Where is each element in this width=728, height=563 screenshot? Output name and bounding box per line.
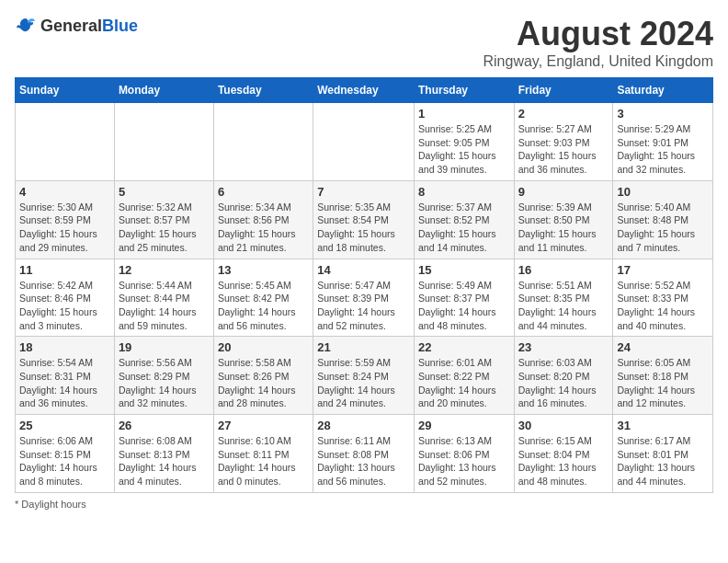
day-info: Sunrise: 5:35 AMSunset: 8:54 PMDaylight:… [317,201,410,255]
calendar-cell [213,103,313,181]
calendar-cell: 27Sunrise: 6:10 AMSunset: 8:11 PMDayligh… [213,415,313,493]
day-info: Sunrise: 5:29 AMSunset: 9:01 PMDaylight:… [617,122,709,177]
day-info: Sunrise: 5:34 AMSunset: 8:56 PMDaylight:… [218,201,309,255]
calendar-cell: 26Sunrise: 6:08 AMSunset: 8:13 PMDayligh… [114,415,213,493]
calendar-cell: 2Sunrise: 5:27 AMSunset: 9:03 PMDaylight… [514,103,613,181]
day-number: 26 [119,419,210,432]
calendar-cell: 23Sunrise: 6:03 AMSunset: 8:20 PMDayligh… [514,337,613,415]
day-info: Sunrise: 5:40 AMSunset: 8:48 PMDaylight:… [617,201,709,255]
day-number: 16 [518,263,609,277]
day-number: 12 [119,263,210,277]
day-info: Sunrise: 5:44 AMSunset: 8:44 PMDaylight:… [119,279,210,333]
calendar-cell: 11Sunrise: 5:42 AMSunset: 8:46 PMDayligh… [16,259,115,337]
day-info: Sunrise: 5:51 AMSunset: 8:35 PMDaylight:… [518,279,609,333]
calendar-cell: 7Sunrise: 5:35 AMSunset: 8:54 PMDaylight… [313,180,415,259]
day-number: 14 [317,263,410,277]
calendar-cell: 17Sunrise: 5:52 AMSunset: 8:33 PMDayligh… [613,259,713,337]
day-number: 15 [418,263,510,277]
calendar-cell: 31Sunrise: 6:17 AMSunset: 8:01 PMDayligh… [613,415,713,493]
column-header-tuesday: Tuesday [213,78,313,103]
day-number: 28 [317,419,410,432]
logo-blue: Blue [102,17,138,35]
calendar-cell: 29Sunrise: 6:13 AMSunset: 8:06 PMDayligh… [414,415,514,493]
day-info: Sunrise: 5:30 AMSunset: 8:59 PMDaylight:… [19,201,110,255]
calendar-cell: 5Sunrise: 5:32 AMSunset: 8:57 PMDaylight… [114,180,213,259]
calendar-cell: 15Sunrise: 5:49 AMSunset: 8:37 PMDayligh… [414,259,514,337]
day-number: 7 [317,185,410,199]
calendar-week-row: 1Sunrise: 5:25 AMSunset: 9:05 PMDaylight… [16,103,713,181]
calendar-cell: 9Sunrise: 5:39 AMSunset: 8:50 PMDaylight… [514,180,613,259]
day-info: Sunrise: 5:39 AMSunset: 8:50 PMDaylight:… [518,201,609,255]
calendar-week-row: 25Sunrise: 6:06 AMSunset: 8:15 PMDayligh… [16,415,713,493]
day-info: Sunrise: 5:54 AMSunset: 8:31 PMDaylight:… [19,356,110,410]
column-header-thursday: Thursday [414,78,514,103]
day-number: 27 [218,419,309,432]
day-number: 21 [317,340,410,354]
calendar-cell: 24Sunrise: 6:05 AMSunset: 8:18 PMDayligh… [613,337,713,415]
calendar-table: SundayMondayTuesdayWednesdayThursdayFrid… [15,77,713,493]
calendar-week-row: 18Sunrise: 5:54 AMSunset: 8:31 PMDayligh… [16,337,713,415]
day-info: Sunrise: 5:59 AMSunset: 8:24 PMDaylight:… [317,356,410,410]
day-info: Sunrise: 5:25 AMSunset: 9:05 PMDaylight:… [418,122,510,177]
column-header-saturday: Saturday [613,78,713,103]
calendar-cell: 8Sunrise: 5:37 AMSunset: 8:52 PMDaylight… [414,180,514,259]
day-number: 8 [418,185,510,199]
column-header-sunday: Sunday [16,78,115,103]
calendar-cell [313,103,415,181]
day-info: Sunrise: 6:06 AMSunset: 8:15 PMDaylight:… [19,434,110,488]
day-number: 25 [19,419,110,432]
day-info: Sunrise: 6:13 AMSunset: 8:06 PMDaylight:… [418,434,510,488]
title-block: August 2024 Ringway, England, United Kin… [483,15,713,70]
calendar-cell: 1Sunrise: 5:25 AMSunset: 9:05 PMDaylight… [414,103,514,181]
location-title: Ringway, England, United Kingdom [483,53,713,70]
day-info: Sunrise: 5:42 AMSunset: 8:46 PMDaylight:… [19,279,110,333]
calendar-cell: 30Sunrise: 6:15 AMSunset: 8:04 PMDayligh… [514,415,613,493]
calendar-cell [114,103,213,181]
day-info: Sunrise: 5:47 AMSunset: 8:39 PMDaylight:… [317,279,410,333]
day-info: Sunrise: 5:56 AMSunset: 8:29 PMDaylight:… [119,356,210,410]
day-info: Sunrise: 5:45 AMSunset: 8:42 PMDaylight:… [218,279,309,333]
calendar-cell: 25Sunrise: 6:06 AMSunset: 8:15 PMDayligh… [16,415,115,493]
day-number: 13 [218,263,309,277]
day-info: Sunrise: 6:15 AMSunset: 8:04 PMDaylight:… [518,434,609,488]
calendar-cell: 28Sunrise: 6:11 AMSunset: 8:08 PMDayligh… [313,415,415,493]
day-number: 23 [518,340,609,354]
logo-general: General [40,17,102,35]
logo-bird-icon [15,15,37,37]
logo: GeneralBlue [15,15,138,37]
day-info: Sunrise: 6:01 AMSunset: 8:22 PMDaylight:… [418,356,510,410]
calendar-cell: 13Sunrise: 5:45 AMSunset: 8:42 PMDayligh… [213,259,313,337]
day-info: Sunrise: 5:52 AMSunset: 8:33 PMDaylight:… [617,279,709,333]
day-info: Sunrise: 6:03 AMSunset: 8:20 PMDaylight:… [518,356,609,410]
day-number: 22 [418,340,510,354]
calendar-cell: 16Sunrise: 5:51 AMSunset: 8:35 PMDayligh… [514,259,613,337]
day-info: Sunrise: 5:37 AMSunset: 8:52 PMDaylight:… [418,201,510,255]
day-number: 11 [19,263,110,277]
day-number: 4 [19,185,110,199]
day-number: 31 [617,419,709,432]
calendar-header-row: SundayMondayTuesdayWednesdayThursdayFrid… [16,78,713,103]
day-number: 3 [617,107,709,121]
day-number: 9 [518,185,609,199]
calendar-cell [16,103,115,181]
day-number: 10 [617,185,709,199]
day-info: Sunrise: 5:49 AMSunset: 8:37 PMDaylight:… [418,279,510,333]
column-header-friday: Friday [514,78,613,103]
day-number: 6 [218,185,309,199]
footer-note: * Daylight hours [15,499,713,510]
calendar-cell: 12Sunrise: 5:44 AMSunset: 8:44 PMDayligh… [114,259,213,337]
day-info: Sunrise: 5:32 AMSunset: 8:57 PMDaylight:… [119,201,210,255]
calendar-cell: 14Sunrise: 5:47 AMSunset: 8:39 PMDayligh… [313,259,415,337]
calendar-cell: 22Sunrise: 6:01 AMSunset: 8:22 PMDayligh… [414,337,514,415]
calendar-cell: 4Sunrise: 5:30 AMSunset: 8:59 PMDaylight… [16,180,115,259]
calendar-cell: 10Sunrise: 5:40 AMSunset: 8:48 PMDayligh… [613,180,713,259]
day-number: 19 [119,340,210,354]
day-info: Sunrise: 6:08 AMSunset: 8:13 PMDaylight:… [119,434,210,488]
day-number: 29 [418,419,510,432]
calendar-cell: 20Sunrise: 5:58 AMSunset: 8:26 PMDayligh… [213,337,313,415]
calendar-week-row: 4Sunrise: 5:30 AMSunset: 8:59 PMDaylight… [16,180,713,259]
calendar-week-row: 11Sunrise: 5:42 AMSunset: 8:46 PMDayligh… [16,259,713,337]
column-header-wednesday: Wednesday [313,78,415,103]
day-info: Sunrise: 6:17 AMSunset: 8:01 PMDaylight:… [617,434,709,488]
calendar-cell: 18Sunrise: 5:54 AMSunset: 8:31 PMDayligh… [16,337,115,415]
